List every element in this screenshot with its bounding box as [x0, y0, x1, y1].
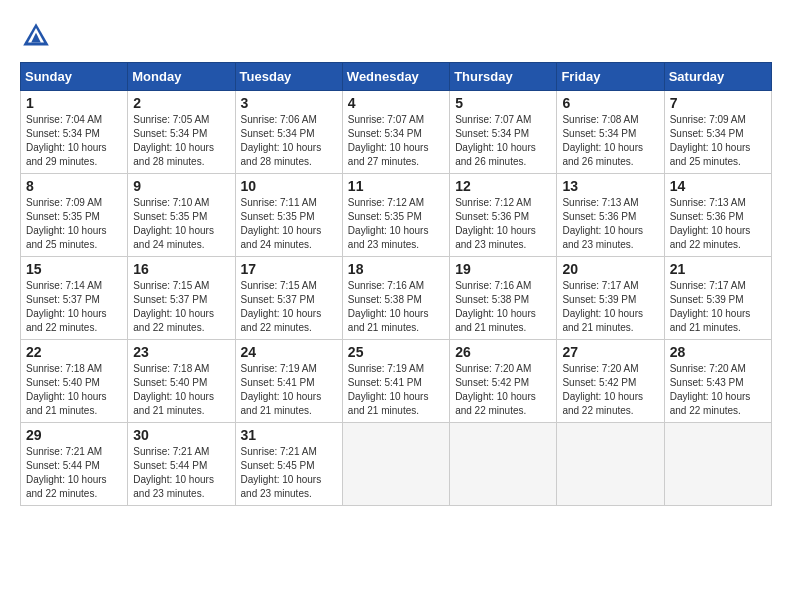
week-row-4: 22Sunrise: 7:18 AM Sunset: 5:40 PM Dayli… — [21, 340, 772, 423]
day-number: 1 — [26, 95, 122, 111]
day-info: Sunrise: 7:17 AM Sunset: 5:39 PM Dayligh… — [670, 279, 766, 335]
page-header — [20, 20, 772, 52]
day-cell: 22Sunrise: 7:18 AM Sunset: 5:40 PM Dayli… — [21, 340, 128, 423]
header-cell-sunday: Sunday — [21, 63, 128, 91]
day-number: 31 — [241, 427, 337, 443]
day-info: Sunrise: 7:19 AM Sunset: 5:41 PM Dayligh… — [241, 362, 337, 418]
day-cell: 26Sunrise: 7:20 AM Sunset: 5:42 PM Dayli… — [450, 340, 557, 423]
week-row-5: 29Sunrise: 7:21 AM Sunset: 5:44 PM Dayli… — [21, 423, 772, 506]
day-number: 29 — [26, 427, 122, 443]
day-cell: 24Sunrise: 7:19 AM Sunset: 5:41 PM Dayli… — [235, 340, 342, 423]
day-info: Sunrise: 7:10 AM Sunset: 5:35 PM Dayligh… — [133, 196, 229, 252]
day-info: Sunrise: 7:21 AM Sunset: 5:44 PM Dayligh… — [26, 445, 122, 501]
day-cell: 31Sunrise: 7:21 AM Sunset: 5:45 PM Dayli… — [235, 423, 342, 506]
day-cell: 1Sunrise: 7:04 AM Sunset: 5:34 PM Daylig… — [21, 91, 128, 174]
day-info: Sunrise: 7:08 AM Sunset: 5:34 PM Dayligh… — [562, 113, 658, 169]
day-number: 25 — [348, 344, 444, 360]
day-cell: 21Sunrise: 7:17 AM Sunset: 5:39 PM Dayli… — [664, 257, 771, 340]
week-row-3: 15Sunrise: 7:14 AM Sunset: 5:37 PM Dayli… — [21, 257, 772, 340]
day-number: 27 — [562, 344, 658, 360]
day-info: Sunrise: 7:06 AM Sunset: 5:34 PM Dayligh… — [241, 113, 337, 169]
day-cell: 2Sunrise: 7:05 AM Sunset: 5:34 PM Daylig… — [128, 91, 235, 174]
day-cell: 6Sunrise: 7:08 AM Sunset: 5:34 PM Daylig… — [557, 91, 664, 174]
day-info: Sunrise: 7:19 AM Sunset: 5:41 PM Dayligh… — [348, 362, 444, 418]
day-number: 18 — [348, 261, 444, 277]
day-cell — [450, 423, 557, 506]
day-cell: 8Sunrise: 7:09 AM Sunset: 5:35 PM Daylig… — [21, 174, 128, 257]
day-cell: 19Sunrise: 7:16 AM Sunset: 5:38 PM Dayli… — [450, 257, 557, 340]
day-info: Sunrise: 7:21 AM Sunset: 5:45 PM Dayligh… — [241, 445, 337, 501]
day-info: Sunrise: 7:11 AM Sunset: 5:35 PM Dayligh… — [241, 196, 337, 252]
day-number: 28 — [670, 344, 766, 360]
logo-icon — [20, 20, 52, 52]
day-info: Sunrise: 7:09 AM Sunset: 5:34 PM Dayligh… — [670, 113, 766, 169]
day-cell: 17Sunrise: 7:15 AM Sunset: 5:37 PM Dayli… — [235, 257, 342, 340]
day-cell: 30Sunrise: 7:21 AM Sunset: 5:44 PM Dayli… — [128, 423, 235, 506]
calendar-table: SundayMondayTuesdayWednesdayThursdayFrid… — [20, 62, 772, 506]
day-cell: 13Sunrise: 7:13 AM Sunset: 5:36 PM Dayli… — [557, 174, 664, 257]
day-number: 13 — [562, 178, 658, 194]
day-cell: 29Sunrise: 7:21 AM Sunset: 5:44 PM Dayli… — [21, 423, 128, 506]
day-cell: 11Sunrise: 7:12 AM Sunset: 5:35 PM Dayli… — [342, 174, 449, 257]
day-cell — [342, 423, 449, 506]
day-number: 5 — [455, 95, 551, 111]
day-number: 24 — [241, 344, 337, 360]
day-number: 9 — [133, 178, 229, 194]
day-info: Sunrise: 7:18 AM Sunset: 5:40 PM Dayligh… — [133, 362, 229, 418]
logo — [20, 20, 56, 52]
day-info: Sunrise: 7:20 AM Sunset: 5:43 PM Dayligh… — [670, 362, 766, 418]
day-cell: 15Sunrise: 7:14 AM Sunset: 5:37 PM Dayli… — [21, 257, 128, 340]
header-cell-tuesday: Tuesday — [235, 63, 342, 91]
day-info: Sunrise: 7:21 AM Sunset: 5:44 PM Dayligh… — [133, 445, 229, 501]
day-cell: 7Sunrise: 7:09 AM Sunset: 5:34 PM Daylig… — [664, 91, 771, 174]
day-cell: 28Sunrise: 7:20 AM Sunset: 5:43 PM Dayli… — [664, 340, 771, 423]
day-number: 6 — [562, 95, 658, 111]
day-number: 21 — [670, 261, 766, 277]
day-info: Sunrise: 7:13 AM Sunset: 5:36 PM Dayligh… — [562, 196, 658, 252]
day-cell: 14Sunrise: 7:13 AM Sunset: 5:36 PM Dayli… — [664, 174, 771, 257]
day-number: 11 — [348, 178, 444, 194]
day-cell: 27Sunrise: 7:20 AM Sunset: 5:42 PM Dayli… — [557, 340, 664, 423]
day-number: 19 — [455, 261, 551, 277]
day-number: 3 — [241, 95, 337, 111]
day-cell — [557, 423, 664, 506]
day-info: Sunrise: 7:17 AM Sunset: 5:39 PM Dayligh… — [562, 279, 658, 335]
day-cell: 20Sunrise: 7:17 AM Sunset: 5:39 PM Dayli… — [557, 257, 664, 340]
day-cell — [664, 423, 771, 506]
week-row-1: 1Sunrise: 7:04 AM Sunset: 5:34 PM Daylig… — [21, 91, 772, 174]
day-info: Sunrise: 7:07 AM Sunset: 5:34 PM Dayligh… — [455, 113, 551, 169]
header-row: SundayMondayTuesdayWednesdayThursdayFrid… — [21, 63, 772, 91]
day-number: 22 — [26, 344, 122, 360]
day-number: 8 — [26, 178, 122, 194]
day-info: Sunrise: 7:20 AM Sunset: 5:42 PM Dayligh… — [562, 362, 658, 418]
day-info: Sunrise: 7:18 AM Sunset: 5:40 PM Dayligh… — [26, 362, 122, 418]
day-number: 20 — [562, 261, 658, 277]
day-number: 17 — [241, 261, 337, 277]
day-cell: 23Sunrise: 7:18 AM Sunset: 5:40 PM Dayli… — [128, 340, 235, 423]
day-cell: 10Sunrise: 7:11 AM Sunset: 5:35 PM Dayli… — [235, 174, 342, 257]
day-number: 16 — [133, 261, 229, 277]
day-info: Sunrise: 7:14 AM Sunset: 5:37 PM Dayligh… — [26, 279, 122, 335]
day-number: 14 — [670, 178, 766, 194]
week-row-2: 8Sunrise: 7:09 AM Sunset: 5:35 PM Daylig… — [21, 174, 772, 257]
day-number: 7 — [670, 95, 766, 111]
day-number: 2 — [133, 95, 229, 111]
header-cell-friday: Friday — [557, 63, 664, 91]
day-info: Sunrise: 7:07 AM Sunset: 5:34 PM Dayligh… — [348, 113, 444, 169]
day-number: 26 — [455, 344, 551, 360]
day-cell: 25Sunrise: 7:19 AM Sunset: 5:41 PM Dayli… — [342, 340, 449, 423]
day-cell: 16Sunrise: 7:15 AM Sunset: 5:37 PM Dayli… — [128, 257, 235, 340]
day-number: 4 — [348, 95, 444, 111]
day-info: Sunrise: 7:04 AM Sunset: 5:34 PM Dayligh… — [26, 113, 122, 169]
day-number: 15 — [26, 261, 122, 277]
day-cell: 5Sunrise: 7:07 AM Sunset: 5:34 PM Daylig… — [450, 91, 557, 174]
header-cell-monday: Monday — [128, 63, 235, 91]
day-cell: 18Sunrise: 7:16 AM Sunset: 5:38 PM Dayli… — [342, 257, 449, 340]
day-info: Sunrise: 7:15 AM Sunset: 5:37 PM Dayligh… — [241, 279, 337, 335]
day-info: Sunrise: 7:13 AM Sunset: 5:36 PM Dayligh… — [670, 196, 766, 252]
day-cell: 12Sunrise: 7:12 AM Sunset: 5:36 PM Dayli… — [450, 174, 557, 257]
day-info: Sunrise: 7:16 AM Sunset: 5:38 PM Dayligh… — [348, 279, 444, 335]
day-cell: 4Sunrise: 7:07 AM Sunset: 5:34 PM Daylig… — [342, 91, 449, 174]
day-info: Sunrise: 7:20 AM Sunset: 5:42 PM Dayligh… — [455, 362, 551, 418]
day-number: 30 — [133, 427, 229, 443]
